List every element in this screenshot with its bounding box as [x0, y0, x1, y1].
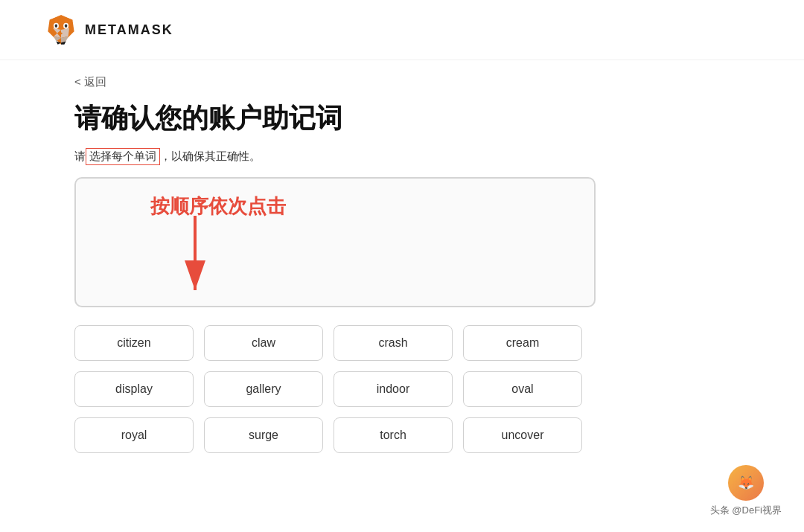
header: METAMASK: [0, 0, 804, 60]
word-grid: citizenclawcrashcreamdisplaygalleryindoo…: [74, 325, 596, 453]
word-button-cream[interactable]: cream: [463, 325, 582, 361]
instruction-text: 请 选择每个单词 ，以确保其正确性。: [74, 148, 596, 165]
word-button-gallery[interactable]: gallery: [204, 371, 323, 407]
main-content: < 返回 请确认您的账户助记词 请 选择每个单词 ，以确保其正确性。 按顺序依次…: [0, 60, 670, 468]
watermark: 🦊 头条 @DeFi视界: [710, 465, 782, 517]
word-button-uncover[interactable]: uncover: [463, 417, 582, 453]
drop-zone: 按顺序依次点击: [74, 177, 596, 307]
svg-point-12: [65, 25, 68, 28]
metamask-logo: METAMASK: [45, 13, 173, 46]
word-button-royal[interactable]: royal: [74, 417, 194, 453]
instruction-suffix: ，以确保其正确性。: [160, 150, 261, 164]
word-button-surge[interactable]: surge: [204, 417, 323, 453]
word-button-display[interactable]: display: [74, 371, 194, 407]
back-link[interactable]: < 返回: [74, 75, 106, 89]
arrow-svg: [150, 216, 269, 305]
watermark-avatar: 🦊: [728, 465, 764, 501]
instruction-prefix: 请: [74, 150, 86, 164]
word-button-indoor[interactable]: indoor: [334, 371, 453, 407]
page-wrapper: METAMASK < 返回 请确认您的账户助记词 请 选择每个单词 ，以确保其正…: [0, 0, 804, 532]
instruction-highlight: 选择每个单词: [86, 148, 160, 165]
svg-point-11: [55, 25, 58, 28]
fox-icon: [45, 13, 77, 46]
page-title: 请确认您的账户助记词: [74, 101, 596, 136]
word-button-oval[interactable]: oval: [463, 371, 582, 407]
word-button-citizen[interactable]: citizen: [74, 325, 194, 361]
word-button-crash[interactable]: crash: [334, 325, 453, 361]
brand-name: METAMASK: [85, 22, 173, 38]
word-button-torch[interactable]: torch: [334, 417, 453, 453]
word-button-claw[interactable]: claw: [204, 325, 323, 361]
watermark-text: 头条 @DeFi视界: [710, 504, 782, 517]
